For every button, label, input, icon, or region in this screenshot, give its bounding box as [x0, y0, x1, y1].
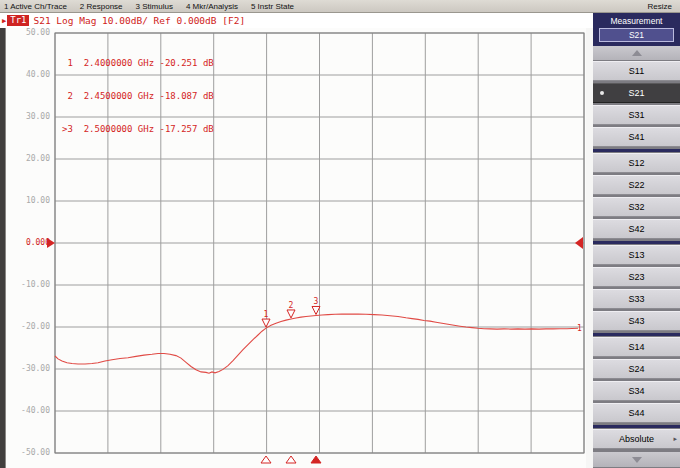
softkey-s31[interactable]: S31 — [593, 105, 680, 125]
sidebar-title: Measurement — [593, 15, 680, 27]
softkey-label: S31 — [628, 110, 644, 120]
softkey-label: S22 — [628, 180, 644, 190]
softkey-s42[interactable]: S42 — [593, 219, 680, 239]
active-trace-arrow-icon: ▶ — [2, 17, 6, 25]
softkey-label: S43 — [628, 316, 644, 326]
softkey-label: S41 — [628, 132, 644, 142]
softkey-s33[interactable]: S33 — [593, 289, 680, 309]
sidebar-selected-value: S21 — [599, 28, 674, 42]
menu-instr-state[interactable]: 5 Instr State — [251, 2, 294, 11]
softkey-label: S13 — [628, 250, 644, 260]
softkey-s44[interactable]: S44 — [593, 403, 680, 423]
softkey-s22[interactable]: S22 — [593, 175, 680, 195]
measurement-menu-header: Measurement S21 — [593, 13, 680, 46]
softkey-label: S12 — [628, 158, 644, 168]
vna-application-window: 1 Active Ch/Trace 2 Response 3 Stimulus … — [0, 0, 680, 468]
y-axis-label: -40.00 — [8, 406, 50, 415]
menu-stimulus[interactable]: 3 Stimulus — [136, 2, 173, 11]
softkey-s21[interactable]: S21 — [593, 83, 680, 103]
scroll-down-button[interactable] — [593, 452, 680, 467]
softkey-s14[interactable]: S14 — [593, 337, 680, 357]
softkey-absolute[interactable]: Absolute▸ — [593, 429, 680, 449]
softkey-s24[interactable]: S24 — [593, 359, 680, 379]
y-axis-label: 30.00 — [8, 112, 50, 121]
y-axis-label: -50.00 — [8, 448, 50, 457]
softkey-label: S32 — [628, 202, 644, 212]
selected-dot-icon — [600, 91, 604, 95]
y-axis-label: 40.00 — [8, 70, 50, 79]
softkey-label: S23 — [628, 272, 644, 282]
trace-status-bar: ▶ Tr1 S21 Log Mag 10.00dB/ Ref 0.000dB [… — [0, 13, 593, 28]
softkey-s32[interactable]: S32 — [593, 197, 680, 217]
marker-readout-table: 1 2.4000000 GHz -20.251 dB 2 2.4500000 G… — [62, 36, 214, 157]
softkey-s13[interactable]: S13 — [593, 245, 680, 265]
y-axis-label: 10.00 — [8, 196, 50, 205]
softkey-s41[interactable]: S41 — [593, 127, 680, 147]
menu-bar: 1 Active Ch/Trace 2 Response 3 Stimulus … — [0, 0, 680, 13]
submenu-arrow-icon: ▸ — [673, 435, 677, 443]
softkey-s23[interactable]: S23 — [593, 267, 680, 287]
softkey-label: S33 — [628, 294, 644, 304]
group-separator — [593, 425, 680, 428]
menu-mkr-analysis[interactable]: 4 Mkr/Analysis — [186, 2, 238, 11]
group-separator — [593, 241, 680, 244]
softkey-s12[interactable]: S12 — [593, 153, 680, 173]
y-axis-label: -20.00 — [8, 322, 50, 331]
softkey-s11[interactable]: S11 — [593, 61, 680, 81]
scroll-up-button[interactable] — [593, 46, 680, 60]
softkey-label: S34 — [628, 386, 644, 396]
y-axis-label: 50.00 — [8, 28, 50, 37]
softkey-label: S42 — [628, 224, 644, 234]
menu-active-ch-trace[interactable]: 1 Active Ch/Trace — [4, 2, 67, 11]
softkey-label: S24 — [628, 364, 644, 374]
menu-response[interactable]: 2 Response — [80, 2, 123, 11]
softkey-label: S14 — [628, 342, 644, 352]
trace-format-text: S21 Log Mag 10.00dB/ Ref 0.000dB [F2] — [33, 15, 245, 26]
softkey-label: S11 — [629, 66, 644, 76]
softkey-s34[interactable]: S34 — [593, 381, 680, 401]
softkey-label: Absolute — [619, 434, 654, 444]
y-axis-label: -10.00 — [8, 280, 50, 289]
ref-level-label: 0.000 — [8, 238, 50, 247]
softkey-label: S21 — [628, 88, 644, 98]
y-axis-label: 20.00 — [8, 154, 50, 163]
softkey-s43[interactable]: S43 — [593, 311, 680, 331]
marker-readout-row: 1 2.4000000 GHz -20.251 dB — [62, 58, 214, 69]
chevron-down-icon — [632, 457, 642, 463]
trace-number-badge[interactable]: Tr1 — [7, 15, 29, 26]
chevron-up-icon — [632, 50, 642, 56]
marker-readout-row: 2 2.4500000 GHz -18.087 dB — [62, 91, 214, 102]
softkey-label: S44 — [628, 408, 644, 418]
group-separator — [593, 333, 680, 336]
group-separator — [593, 149, 680, 152]
resize-button[interactable]: Resize — [648, 2, 672, 11]
softkey-sidebar: Measurement S21 S11 S21 S31 S41 S12 S22 … — [593, 13, 680, 468]
marker-readout-row: >3 2.5000000 GHz -17.257 dB — [62, 124, 214, 135]
y-axis-label: -30.00 — [8, 364, 50, 373]
